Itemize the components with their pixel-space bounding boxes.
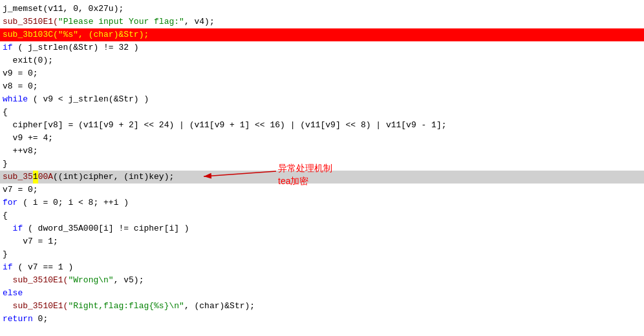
code-editor: j_memset(v11, 0, 0x27u); sub_3510E1("Ple… (0, 0, 644, 336)
code-text: 0; (33, 313, 48, 326)
code-text: while (3, 93, 28, 106)
code-text: ( i = 0; i < 8; ++i ) (17, 196, 129, 209)
code-text: 00A (38, 171, 53, 184)
code-line-14: sub_35100A((int)cipher, (int)key); (0, 171, 644, 184)
code-line-23: else (0, 287, 644, 300)
code-text: v9 += 4; (3, 132, 53, 145)
code-text: if (3, 261, 13, 274)
code-text: , (char)&Str); (78, 28, 149, 41)
code-text: for (3, 196, 17, 209)
code-text: 1 (33, 171, 38, 184)
code-text: ( v9 < j_strlen(&Str) ) (28, 93, 149, 106)
code-line-10: cipher[v8] = (v11[v9 + 2] << 24) | (v11[… (0, 119, 644, 132)
code-line-21: if ( v7 == 1 ) (0, 261, 644, 274)
code-text: if (13, 222, 23, 235)
code-text: , v5); (114, 274, 144, 287)
code-line-17: { (0, 209, 644, 222)
code-text (3, 300, 13, 313)
code-line-25: return 0; (0, 313, 644, 326)
code-text: j_memset(v11, 0, 0x27u); (3, 3, 123, 16)
code-line-7: v8 = 0; (0, 80, 644, 93)
code-line-8: while ( v9 < j_strlen(&Str) ) (0, 93, 644, 106)
code-line-6: v9 = 0; (0, 67, 644, 80)
code-text (3, 222, 13, 235)
code-line-19: v7 = 1; (0, 235, 644, 248)
code-text: } (3, 248, 8, 261)
code-line-13: } (0, 158, 644, 171)
code-text: ( j_strlen(&Str) != 32 ) (13, 41, 139, 54)
code-line-5: exit(0); (0, 54, 644, 67)
code-line-12: ++v8; (0, 145, 644, 158)
code-line-4: if ( j_strlen(&Str) != 32 ) (0, 41, 644, 54)
code-text: ++v8; (3, 145, 38, 158)
code-text: else (3, 287, 23, 300)
code-text: sub_35 (3, 171, 33, 184)
code-text: sub_3b103C( (3, 28, 58, 41)
code-text: "Right,flag:flag{%s}\n" (68, 300, 184, 313)
code-text: , (char)&Str); (184, 300, 255, 313)
code-text: , v4); (184, 16, 215, 28)
code-line-2: sub_3510E1("Please input Your flag:", v4… (0, 16, 644, 28)
code-text: ( dword_35A000[i] != cipher[i] ) (23, 222, 189, 235)
code-line-20: } (0, 248, 644, 261)
code-line-15: v7 = 0; (0, 184, 644, 196)
code-text: "Please input Your flag:" (58, 16, 184, 28)
code-text: sub_3510E1( (13, 300, 69, 313)
code-text: cipher[v8] = (v11[v9 + 2] << 24) | (v11[… (3, 119, 447, 132)
code-text: v7 = 0; (3, 184, 38, 196)
code-line-9: { (0, 106, 644, 119)
code-line-16: for ( i = 0; i < 8; ++i ) (0, 196, 644, 209)
code-text: { (3, 209, 8, 222)
code-text: v9 = 0; (3, 67, 38, 80)
code-line-3: sub_3b103C("%s", (char)&Str); (0, 28, 644, 41)
code-text: return (3, 313, 33, 326)
code-text: "Wrong\n" (68, 274, 113, 287)
code-text: ((int)cipher, (int)key); (53, 171, 174, 184)
code-line-24: sub_3510E1("Right,flag:flag{%s}\n", (cha… (0, 300, 644, 313)
code-line-1: j_memset(v11, 0, 0x27u); (0, 3, 644, 16)
code-text (3, 274, 13, 287)
code-line-11: v9 += 4; (0, 132, 644, 145)
code-line-22: sub_3510E1("Wrong\n", v5); (0, 274, 644, 287)
code-text: sub_3510E1( (13, 274, 69, 287)
code-text: exit(0); (3, 54, 53, 67)
code-text: "%s" (58, 28, 78, 41)
code-line-18: if ( dword_35A000[i] != cipher[i] ) (0, 222, 644, 235)
code-text: if (3, 41, 13, 54)
code-text: { (3, 106, 8, 119)
code-text: } (3, 158, 8, 171)
code-text: v8 = 0; (3, 80, 38, 93)
code-text: sub_3510E1( (3, 16, 58, 28)
code-text: v7 = 1; (3, 235, 58, 248)
code-text: ( v7 == 1 ) (13, 261, 74, 274)
